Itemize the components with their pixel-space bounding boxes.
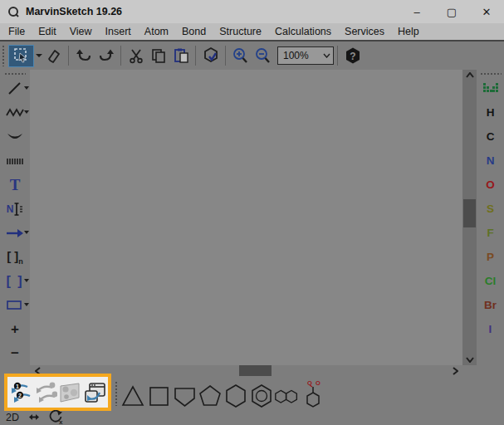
zoom-combo-chevron-icon[interactable] — [320, 47, 333, 64]
menu-bond[interactable]: Bond — [175, 23, 213, 40]
menu-structure[interactable]: Structure — [213, 23, 268, 40]
zoom-out-icon — [254, 47, 272, 65]
eraser-icon — [46, 47, 62, 64]
multiple-lines-tool[interactable] — [0, 149, 30, 173]
element-c-button[interactable]: C — [477, 125, 504, 149]
element-br-button[interactable]: Br — [477, 293, 504, 317]
scroll-up-arrow[interactable] — [462, 70, 477, 81]
svg-text:O: O — [307, 379, 312, 387]
template-naphthalene[interactable] — [274, 378, 300, 411]
element-o-button[interactable]: O — [477, 173, 504, 197]
element-symbol: P — [487, 251, 494, 263]
open-in-new-window-button[interactable] — [83, 380, 107, 405]
erase-button[interactable] — [42, 45, 65, 67]
close-button[interactable]: ✕ — [469, 0, 504, 23]
rectangle-tool[interactable] — [0, 293, 30, 317]
chain-dropdown-caret[interactable] — [24, 110, 29, 114]
menu-help[interactable]: Help — [391, 23, 426, 40]
menu-calculations[interactable]: Calculations — [268, 23, 338, 40]
benzene-icon — [249, 380, 274, 408]
scroll-down-arrow[interactable] — [462, 354, 477, 365]
check-structure-button[interactable] — [199, 45, 222, 67]
decrease-charge-tool[interactable]: − — [0, 341, 30, 365]
multiple-lines-icon — [6, 156, 24, 166]
status-bar: 2D x — [0, 409, 249, 425]
redo-icon — [98, 47, 115, 64]
minimize-button[interactable]: – — [399, 0, 434, 23]
benzoic-acid-icon: O O — [301, 378, 325, 411]
cyclopropane-icon — [120, 380, 145, 408]
redo-button[interactable] — [95, 45, 117, 67]
zoom-in-button[interactable] — [229, 45, 252, 67]
reaction-arrow-icon — [6, 228, 24, 238]
element-f-button[interactable]: F — [477, 221, 504, 245]
brackets-dropdown-caret[interactable] — [24, 279, 29, 282]
arrow-dropdown-caret[interactable] — [24, 231, 29, 234]
menu-edit[interactable]: Edit — [32, 23, 63, 40]
template-cyclobutane[interactable] — [145, 378, 171, 411]
rectangle-icon — [6, 300, 24, 311]
select-rectangle-button[interactable] — [8, 45, 34, 67]
element-symbol: Br — [484, 299, 497, 311]
copy-button[interactable] — [147, 45, 169, 67]
rectangle-dropdown-caret[interactable] — [24, 303, 29, 306]
element-cl-button[interactable]: Cl — [477, 269, 504, 293]
scroll-right-arrow[interactable] — [449, 365, 461, 376]
periodic-table-button[interactable] — [477, 76, 504, 100]
element-n-button[interactable]: N — [477, 149, 504, 173]
menu-view[interactable]: View — [63, 23, 99, 40]
template-cyclopropane[interactable] — [120, 378, 145, 411]
menu-services[interactable]: Services — [338, 23, 391, 40]
element-h-button[interactable]: H — [477, 100, 504, 125]
single-bond-tool[interactable] — [0, 76, 30, 100]
toolbar-separator — [337, 46, 338, 66]
marvin-logo-icon — [7, 5, 20, 18]
plus-glyph: + — [11, 321, 19, 338]
repeating-group-tool[interactable]: [ ]n — [0, 245, 30, 269]
menu-atom[interactable]: Atom — [138, 23, 175, 40]
drawing-canvas[interactable] — [30, 70, 462, 365]
map-atoms-button[interactable]: 1 2 — [8, 380, 32, 405]
element-p-button[interactable]: P — [477, 245, 504, 269]
horizontal-scroll-thumb[interactable] — [239, 365, 272, 376]
chain-icon — [6, 105, 24, 120]
bond-dropdown-caret[interactable] — [24, 86, 29, 90]
menu-insert[interactable]: Insert — [99, 23, 138, 40]
unmap-atoms-button[interactable] — [33, 380, 57, 405]
element-symbol: Cl — [485, 275, 497, 287]
zoom-out-button[interactable] — [252, 45, 274, 67]
template-cyclopentadiene[interactable] — [171, 378, 197, 411]
view-3d-button[interactable] — [58, 380, 82, 405]
window-title: MarvinSketch 19.26 — [26, 6, 122, 17]
template-cyclopentane[interactable] — [197, 378, 223, 411]
map-atoms-icon: 1 2 — [9, 381, 32, 404]
toolbar-grip[interactable] — [2, 45, 6, 66]
text-tool[interactable]: T — [0, 173, 30, 197]
help-button[interactable]: ? — [341, 45, 364, 67]
element-i-button[interactable]: I — [477, 317, 504, 341]
periodic-table-icon — [483, 83, 498, 94]
template-cyclohexane[interactable] — [223, 378, 248, 411]
minus-glyph: − — [11, 345, 19, 362]
brackets-tool[interactable]: [ ] — [0, 269, 30, 293]
element-symbol: O — [486, 178, 495, 191]
template-benzoic-acid[interactable]: O O — [300, 378, 325, 411]
select-dropdown-caret[interactable] — [36, 54, 42, 57]
cut-button[interactable] — [125, 45, 147, 67]
maximize-button[interactable]: ▢ — [434, 0, 469, 23]
chain-tool[interactable] — [0, 100, 30, 125]
template-benzene[interactable] — [248, 378, 274, 411]
no-structure-check-icon: x — [49, 410, 64, 425]
template-toolbar-grip[interactable] — [115, 381, 119, 406]
menu-file[interactable]: File — [2, 23, 32, 40]
reaction-arrow-tool[interactable] — [0, 221, 30, 245]
vertical-scrollbar[interactable] — [462, 70, 477, 365]
element-s-button[interactable]: S — [477, 197, 504, 221]
vertical-scroll-thumb[interactable] — [463, 199, 476, 227]
increase-charge-tool[interactable]: + — [0, 317, 30, 341]
zoom-level-select[interactable]: 100% — [277, 46, 334, 65]
paste-button[interactable] — [169, 45, 192, 67]
undo-button[interactable] — [72, 45, 95, 67]
arc-tool[interactable] — [0, 125, 30, 149]
atom-label-tool[interactable]: N — [0, 197, 30, 221]
